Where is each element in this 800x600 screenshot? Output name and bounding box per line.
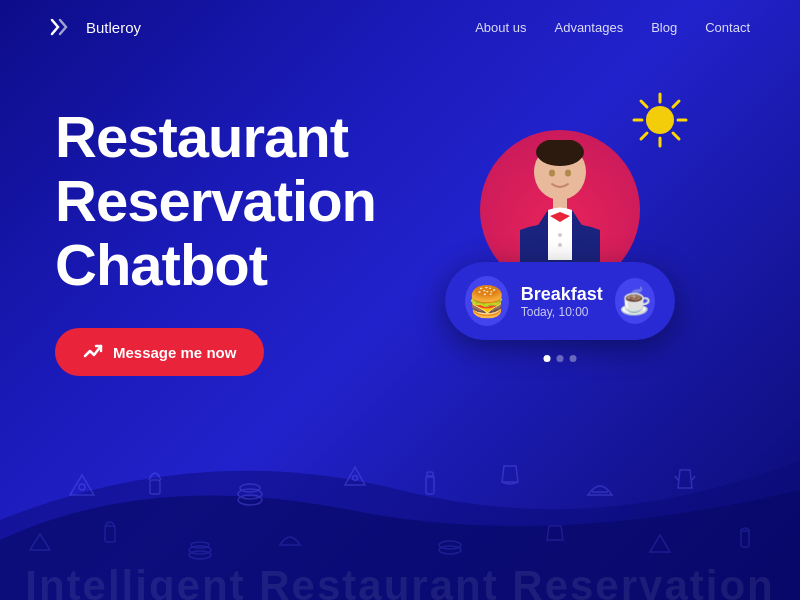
dot-1[interactable] [544, 355, 551, 362]
bottom-decorative-text: Intelligent Restaurant Reservation [0, 562, 800, 600]
svg-line-23 [641, 101, 647, 107]
hero-title: Restaurant Reservation Chatbot [55, 105, 376, 296]
logo-icon [50, 18, 78, 36]
navbar: Butleroy About us Advantages Blog Contac… [0, 0, 800, 54]
svg-rect-6 [426, 476, 434, 494]
svg-point-32 [558, 233, 562, 237]
hero-title-line2: Reservation [55, 168, 376, 233]
svg-line-9 [675, 476, 678, 480]
meal-card: 🍔 Breakfast Today, 10:00 ☕ [445, 262, 675, 340]
chatbot-scene: 🍔 Breakfast Today, 10:00 ☕ [400, 80, 720, 400]
svg-rect-7 [427, 472, 433, 477]
cta-label: Message me now [113, 344, 236, 361]
message-icon [83, 342, 103, 362]
page-wrapper: Butleroy About us Advantages Blog Contac… [0, 0, 800, 600]
waiter-figure [500, 140, 620, 280]
meal-emoji-right: ☕ [615, 278, 655, 324]
svg-point-18 [646, 106, 674, 134]
logo[interactable]: Butleroy [50, 18, 141, 36]
meal-time: Today, 10:00 [521, 305, 603, 319]
nav-item-contact[interactable]: Contact [705, 18, 750, 36]
nav-item-advantages[interactable]: Advantages [554, 18, 623, 36]
svg-line-25 [673, 101, 679, 107]
svg-point-5 [353, 476, 358, 481]
carousel-dots [544, 355, 577, 362]
hero-title-line1: Restaurant [55, 104, 348, 169]
dot-3[interactable] [570, 355, 577, 362]
svg-point-33 [558, 243, 562, 247]
svg-point-30 [565, 170, 571, 177]
meal-info: Breakfast Today, 10:00 [521, 284, 603, 319]
svg-line-10 [692, 476, 695, 480]
nav-links: About us Advantages Blog Contact [475, 18, 750, 36]
svg-line-24 [673, 133, 679, 139]
dot-2[interactable] [557, 355, 564, 362]
svg-point-29 [549, 170, 555, 177]
cta-button[interactable]: Message me now [55, 328, 264, 376]
hero-text: Restaurant Reservation Chatbot Message m… [55, 105, 376, 376]
meal-emoji-left: 🍔 [465, 276, 509, 326]
meal-name: Breakfast [521, 284, 603, 305]
sun-icon [630, 90, 690, 150]
svg-point-0 [79, 484, 85, 490]
nav-item-blog[interactable]: Blog [651, 18, 677, 36]
hero-title-line3: Chatbot [55, 232, 267, 297]
svg-line-26 [641, 133, 647, 139]
brand-name: Butleroy [86, 19, 141, 36]
nav-item-about[interactable]: About us [475, 18, 526, 36]
